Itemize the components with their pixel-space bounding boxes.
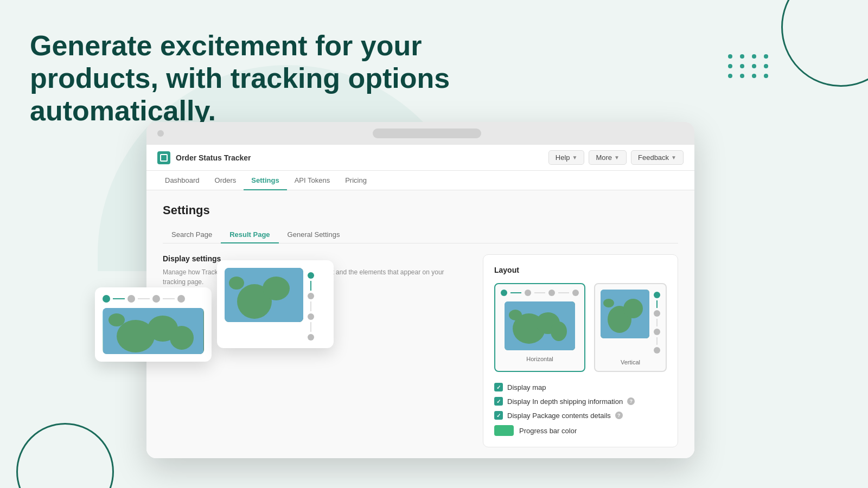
v-preview-line-active	[310, 281, 311, 291]
tracker-line	[510, 292, 521, 293]
v-dot-inactive-1	[654, 310, 660, 317]
v-preview-line-gray-2	[310, 322, 311, 332]
v-preview-dot-gray-3	[308, 334, 314, 341]
bg-decoration-circle-bottom	[16, 423, 114, 488]
app-header: Order Status Tracker Help ▼ More ▼ Feedb…	[146, 145, 694, 171]
checkbox-shipping-info: Display In depth shipping information ?	[494, 397, 667, 406]
svg-point-16	[263, 277, 290, 300]
preview-map-horizontal	[103, 308, 204, 354]
preview-card-vertical	[217, 260, 334, 348]
checkbox-display-map: Display map	[494, 383, 667, 391]
progress-bar-color-row: Progress bar color	[494, 425, 667, 436]
help-button[interactable]: Help ▼	[548, 150, 585, 165]
v-dot-inactive-2	[654, 329, 660, 335]
v-preview-dot-active	[308, 272, 314, 279]
app-logo-inner	[160, 154, 168, 162]
layout-options: Horizontal	[494, 283, 667, 372]
preview-map-vertical	[225, 268, 303, 322]
v-line-gray-2	[656, 337, 658, 345]
preview-dot-gray-1	[127, 295, 135, 303]
v-dot-inactive-3	[654, 347, 660, 354]
v-line-active	[656, 300, 658, 308]
settings-title: Settings	[163, 203, 678, 217]
svg-point-8	[603, 299, 614, 307]
browser-chrome	[146, 122, 694, 145]
sub-tab-search-page[interactable]: Search Page	[163, 226, 221, 243]
sub-tab-result-page[interactable]: Result Page	[221, 226, 278, 243]
tab-settings[interactable]: Settings	[244, 171, 286, 190]
map-preview-horizontal	[505, 301, 575, 350]
progress-bar-color-label: Progress bar color	[519, 427, 577, 435]
preview-tracker-horizontal	[103, 295, 204, 303]
checkbox-package-contents: Display Package contents details ?	[494, 411, 667, 420]
app-title: Order Status Tracker	[176, 153, 251, 162]
nav-tabs: Dashboard Orders Settings API Tokens Pri…	[146, 171, 694, 190]
chevron-down-icon: ▼	[671, 155, 676, 160]
preview-line-gray-1	[138, 298, 150, 299]
v-preview-dot-gray-2	[308, 313, 314, 320]
layout-title: Layout	[494, 266, 667, 274]
preview-tracker-vertical	[308, 272, 314, 341]
v-preview-line-gray-1	[310, 301, 311, 311]
tracker-dot-inactive-2	[548, 290, 555, 296]
tracker-line-gray-1	[534, 292, 545, 293]
sub-tabs: Search Page Result Page General Settings	[163, 226, 678, 243]
preview-dot-active	[103, 295, 110, 303]
chevron-down-icon: ▼	[614, 155, 620, 160]
tab-dashboard[interactable]: Dashboard	[157, 171, 207, 190]
progress-bar-color-swatch[interactable]	[494, 425, 514, 436]
svg-point-4	[509, 310, 522, 320]
tracker-line-gray-2	[558, 292, 569, 293]
svg-point-17	[229, 277, 244, 290]
preview-card-horizontal	[95, 287, 212, 362]
preview-line-gray-2	[163, 298, 175, 299]
checkbox-label-display-map: Display map	[507, 383, 546, 391]
v-dot-active	[654, 292, 660, 298]
tracker-dot-inactive-1	[525, 290, 531, 296]
dots-decoration	[728, 54, 770, 78]
checkbox-icon-shipping-info[interactable]	[494, 397, 503, 406]
tracker-dots-horizontal	[501, 290, 579, 296]
bg-decoration-circle-top	[781, 0, 868, 87]
browser-dot-1	[157, 130, 164, 137]
checkbox-label-shipping-info: Display In depth shipping information	[507, 397, 623, 406]
layout-label-vertical: Vertical	[621, 359, 640, 365]
tracker-dot-active	[501, 290, 507, 296]
hero-section: Generate excitement for your products, w…	[30, 30, 453, 127]
sub-tab-general-settings[interactable]: General Settings	[279, 226, 349, 243]
svg-point-7	[623, 299, 643, 318]
layout-panel: Layout	[483, 254, 678, 447]
map-preview-vertical	[601, 290, 649, 338]
more-button[interactable]: More ▼	[589, 150, 627, 165]
feedback-button[interactable]: Feedback ▼	[631, 150, 684, 165]
layout-option-vertical[interactable]: Vertical	[594, 283, 667, 372]
tab-pricing[interactable]: Pricing	[337, 171, 374, 190]
checkbox-icon-package-contents[interactable]	[494, 411, 503, 420]
svg-point-12	[170, 326, 194, 350]
layout-option-horizontal[interactable]: Horizontal	[494, 283, 585, 372]
browser-address-bar	[373, 129, 481, 138]
info-icon-package: ?	[615, 412, 623, 419]
tracker-dot-inactive-3	[572, 290, 579, 296]
checkbox-label-package-contents: Display Package contents details	[507, 412, 611, 420]
preview-dot-gray-3	[177, 295, 185, 303]
tracker-dots-vertical	[654, 290, 660, 354]
preview-line	[113, 298, 125, 299]
app-logo	[157, 151, 170, 164]
tab-api-tokens[interactable]: API Tokens	[287, 171, 338, 190]
svg-point-3	[551, 322, 567, 341]
checkbox-icon-display-map[interactable]	[494, 383, 503, 391]
preview-dot-gray-2	[152, 295, 160, 303]
chevron-down-icon: ▼	[572, 155, 578, 160]
hero-title: Generate excitement for your products, w…	[30, 30, 453, 127]
tab-orders[interactable]: Orders	[207, 171, 244, 190]
v-preview-dot-gray-1	[308, 293, 314, 299]
v-line-gray-1	[656, 319, 658, 326]
svg-point-13	[108, 313, 125, 326]
header-actions: Help ▼ More ▼ Feedback ▼	[548, 150, 684, 165]
layout-label-horizontal: Horizontal	[526, 356, 553, 362]
info-icon-shipping: ?	[627, 397, 635, 405]
